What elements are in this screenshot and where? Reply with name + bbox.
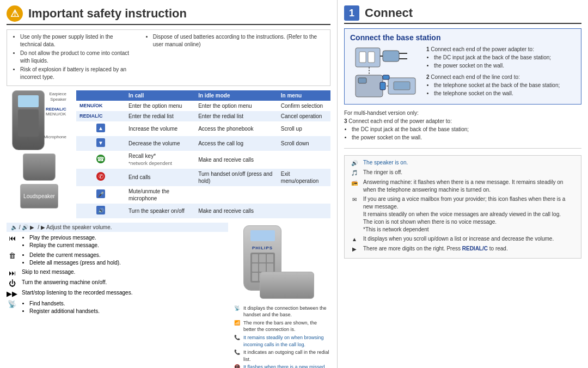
safety-bullets: Use only the power supply listed in the … <box>7 29 330 86</box>
cell-speaker-incall: Turn the speaker on/off <box>125 204 195 218</box>
microphone-label: Microphone <box>44 134 66 139</box>
base-connect-content: 1 Connect each end of the power adapter … <box>350 45 575 100</box>
step-1-bullet-2: the power socket on the wall. <box>434 62 575 70</box>
step-1-bullet-1: the DC input jack at the back of the bas… <box>434 53 575 62</box>
missed-icon: 📵 <box>232 364 241 368</box>
redial-label: REDIAL/CMENU/OK <box>46 107 66 116</box>
connection-icon: 📡 <box>232 305 241 312</box>
outgoing-icon: 📞 <box>232 349 241 356</box>
delete-icon: 🗑 <box>7 252 17 260</box>
signal-row-incoming: 📞 It remains steadily on when browsing i… <box>232 334 330 348</box>
device-diagram: EarpieceSpeaker REDIAL/CMENU/OK Micropho… <box>7 90 72 218</box>
scroll-status-icon: ▲ <box>349 235 360 243</box>
table-row: ▲ Increase the volume Access the phonebo… <box>76 121 330 136</box>
step-3: 3 Connect each end of the power adapter … <box>344 117 581 142</box>
status-answering: 📻 Answering machine: it flashes when the… <box>349 179 577 194</box>
control-handset: 📡 Find handsets. Register additional han… <box>7 300 228 315</box>
volume-label: / ▶ Adjust the speaker volume. <box>38 224 112 230</box>
skip-text: Skip to next message. <box>22 269 75 275</box>
signal-connection-text: It displays the connection between the h… <box>243 305 330 318</box>
multihandset-label: For multi-handset version only: <box>344 109 581 117</box>
cell-end-idle: Turn handset on/off (press and hold) <box>195 169 278 186</box>
control-power: ⏻ Turn the answering machine on/off. <box>7 279 228 287</box>
signal-row-connection: 📡 It displays the connection between the… <box>232 305 330 318</box>
col-icon <box>76 90 125 101</box>
volume-icons: 🔈 / 🔊 ▶ <box>11 224 34 230</box>
table-row: MENU/OK Enter the option menu Enter the … <box>76 101 330 111</box>
cell-redial-menu: Cancel operation <box>278 111 330 121</box>
phone-keypad <box>18 109 39 137</box>
status-ringer: 🎵 The ringer is off. <box>349 169 577 177</box>
status-scroll: ▲ It displays when you scroll up/down a … <box>349 235 577 243</box>
base-image-area <box>350 45 421 100</box>
step-3-bullet-1: the DC input jack at the back of the bas… <box>352 125 581 133</box>
listen-icon: ▶▶ <box>7 290 17 298</box>
power-text: Turn the answering machine on/off. <box>22 279 107 285</box>
status-digits: ▶ There are more digits on the right. Pr… <box>349 245 577 253</box>
philips-area: PHILIPS <box>232 223 330 368</box>
safety-bullets-col2: Dispose of used batteries according to t… <box>145 33 324 82</box>
col-menu: In menu <box>278 90 330 101</box>
svg-rect-25 <box>380 82 385 90</box>
cell-menu-incall: Enter the option menu <box>125 101 195 111</box>
signal-row-outgoing: 📞 It indicates an outgoing call in the r… <box>232 349 330 363</box>
key-icon-call: ☎ <box>76 151 125 169</box>
function-table: In call In idle mode In menu MENU/OK Ent… <box>76 90 330 218</box>
speaker-status-icon: 🔊 <box>349 159 360 167</box>
base-instructions: 1 Connect each end of the power adapter … <box>426 45 575 100</box>
svg-text:▲: ▲ <box>98 125 103 131</box>
table-row: ☎ Recall key**network dependent Make and… <box>76 151 330 169</box>
phone-screen <box>18 95 39 107</box>
cell-end-menu: Exit menu/operation <box>278 169 330 186</box>
volume-bar: 🔈 / 🔊 ▶ / ▶ Adjust the speaker volume. <box>7 223 228 232</box>
safety-bullets-col1: Use only the power supply listed in the … <box>13 33 134 82</box>
signal-missed-text: It flashes when there is a new missed ca… <box>243 364 330 368</box>
left-panel: ⚠ Important safety instruction Use only … <box>0 0 338 368</box>
svg-rect-14 <box>368 52 375 63</box>
table-row: REDIAL/C Enter the redial list Enter the… <box>76 111 330 121</box>
signal-incoming-text: It remains steadily on when browsing inc… <box>243 334 330 348</box>
svg-rect-22 <box>394 82 410 90</box>
philips-cradle <box>260 272 314 299</box>
incoming-icon: 📞 <box>232 334 241 341</box>
philips-handset-image: PHILIPS <box>238 223 325 302</box>
cell-call-idle: Make and receive calls <box>195 151 278 169</box>
multihandset-note: For multi-handset version only: 3 Connec… <box>344 109 581 142</box>
cell-down-idle: Access the call log <box>195 136 278 151</box>
key-icon-speaker: 🔊 <box>76 204 125 218</box>
philips-brand-label: PHILIPS <box>244 246 281 250</box>
col-incall: In call <box>125 90 195 101</box>
digits-status-text: There are more digits on the right. Pres… <box>363 245 577 253</box>
cell-up-menu: Scroll up <box>278 121 330 136</box>
earpiece-label: EarpieceSpeaker <box>49 91 66 102</box>
prev-icon: ⏮ <box>7 234 17 242</box>
answering-status-icon: 📻 <box>349 179 360 187</box>
svg-text:☎: ☎ <box>97 156 105 162</box>
main-content: EarpieceSpeaker REDIAL/CMENU/OK Micropho… <box>7 90 330 218</box>
step-1: 1 Connect each end of the power adapter … <box>426 45 575 70</box>
svg-text:🎤: 🎤 <box>98 191 105 198</box>
control-listen: ▶▶ Start/stop listening to the recorded … <box>7 290 228 298</box>
cell-speaker-idle: Make and receive calls <box>195 204 278 218</box>
bottom-section: 🔈 / 🔊 ▶ / ▶ Adjust the speaker volume. ⏮… <box>7 223 330 368</box>
step-1-num: 1 <box>426 46 430 52</box>
step-2-bullet-1: the telephone socket at the back of the … <box>434 81 575 89</box>
base-station-diagram <box>353 45 418 100</box>
prev-text: Play the previous message. Replay the cu… <box>22 234 99 249</box>
handset-find-icon: 📡 <box>7 300 17 308</box>
safety-header: ⚠ Important safety instruction <box>7 5 330 25</box>
divider <box>344 148 581 149</box>
answering-status-text: Answering machine: it flashes when there… <box>363 179 577 194</box>
col-idle: In idle mode <box>195 90 278 101</box>
base-station-image <box>23 154 56 181</box>
handset-image <box>12 90 45 150</box>
ringer-status-icon: 🎵 <box>349 169 360 177</box>
cell-mute-incall: Mute/unmute the microphone <box>125 186 195 204</box>
table-row: ▼ Decrease the volume Access the call lo… <box>76 136 330 151</box>
table-row: ✆ End calls Turn handset on/off (press a… <box>76 169 330 186</box>
key-icon-mute: 🎤 <box>76 186 125 204</box>
philips-screen <box>250 230 275 241</box>
cell-up-incall: Increase the volume <box>125 121 195 136</box>
svg-text:🔊: 🔊 <box>98 207 105 214</box>
cell-call-incall: Recall key**network dependent <box>125 151 195 169</box>
